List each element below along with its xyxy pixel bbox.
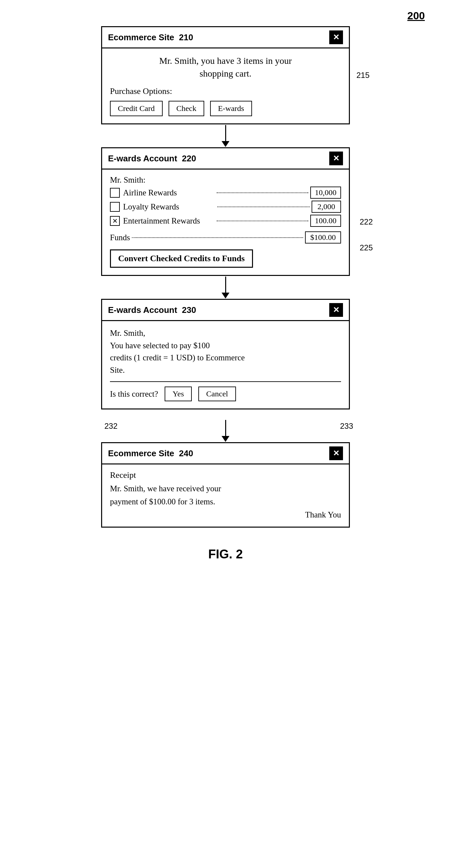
purchase-buttons: Credit Card Check E-wards xyxy=(110,101,341,116)
panel-210-title: Ecommerce Site 210 xyxy=(108,32,193,42)
question-label: Is this correct? xyxy=(110,390,158,399)
receipt-title: Receipt xyxy=(110,470,341,480)
panel-230-body: Mr. Smith, You have selected to pay $100… xyxy=(102,321,349,408)
check-button[interactable]: Check xyxy=(168,101,204,116)
airline-rewards-row: Airline Rewards 10,000 xyxy=(110,187,341,199)
entertainment-rewards-value: 100.00 xyxy=(310,215,341,227)
panel-210-header: Ecommerce Site 210 ✕ xyxy=(102,27,349,49)
panel-220-body: Mr. Smith: Airline Rewards 10,000 Loyalt… xyxy=(102,169,349,275)
figure-number-top: 200 xyxy=(408,10,425,22)
airline-rewards-value: 10,000 xyxy=(310,187,341,199)
panel-230-header: E-wards Account 230 ✕ xyxy=(102,300,349,321)
credit-card-button[interactable]: Credit Card xyxy=(110,101,163,116)
panel-230: E-wards Account 230 ✕ Mr. Smith, You hav… xyxy=(101,299,350,409)
entertainment-rewards-checkbox[interactable]: ✕ xyxy=(110,216,120,226)
panel-220-greeting: Mr. Smith: xyxy=(110,176,341,185)
panel-230-title: E-wards Account 230 xyxy=(108,305,196,315)
loyalty-rewards-row: Loyalty Rewards 2,000 xyxy=(110,200,341,213)
loyalty-rewards-label: Loyalty Rewards xyxy=(123,202,215,211)
panel-240-title: Ecommerce Site 240 xyxy=(108,448,193,459)
yes-button[interactable]: Yes xyxy=(165,386,192,401)
panel-240-header: Ecommerce Site 240 ✕ xyxy=(102,443,349,464)
callout-215: 215 xyxy=(356,71,369,80)
airline-rewards-label: Airline Rewards xyxy=(123,188,215,197)
funds-dots xyxy=(132,237,303,238)
close-icon-230[interactable]: ✕ xyxy=(329,303,343,317)
arrow-1 xyxy=(222,124,229,147)
loyalty-rewards-value: 2,000 xyxy=(312,200,341,213)
callout-222: 222 xyxy=(360,217,373,226)
purchase-options-label: Purchase Options: xyxy=(110,86,341,96)
convert-button[interactable]: Convert Checked Credits to Funds xyxy=(110,249,253,268)
callout-225: 225 xyxy=(360,243,373,252)
loyalty-rewards-dots xyxy=(217,207,310,207)
ewards-button[interactable]: E-wards xyxy=(210,101,252,116)
entertainment-rewards-dots xyxy=(217,221,308,221)
funds-label: Funds xyxy=(110,233,130,242)
thank-you: Thank You xyxy=(110,510,341,520)
funds-row: Funds $100.00 xyxy=(110,231,341,244)
airline-rewards-dots xyxy=(217,192,308,193)
panel-220-title: E-wards Account 220 xyxy=(108,154,196,164)
callout-232: 232 xyxy=(104,422,118,431)
receipt-text: Mr. Smith, we have received your payment… xyxy=(110,482,341,508)
convert-btn-wrapper: Convert Checked Credits to Funds xyxy=(110,249,253,268)
confirmation-text: Mr. Smith, You have selected to pay $100… xyxy=(110,327,341,376)
close-icon-240[interactable]: ✕ xyxy=(329,446,343,460)
panel-240-body: Receipt Mr. Smith, we have received your… xyxy=(102,464,349,527)
airline-rewards-checkbox[interactable] xyxy=(110,188,120,198)
panel-220: E-wards Account 220 ✕ Mr. Smith: Airline… xyxy=(101,147,350,276)
entertainment-rewards-row: ✕ Entertainment Rewards 100.00 xyxy=(110,215,341,227)
loyalty-rewards-checkbox[interactable] xyxy=(110,202,120,212)
arrow-2 xyxy=(222,276,229,299)
shopping-message: Mr. Smith, you have 3 items in your shop… xyxy=(110,54,341,80)
funds-value: $100.00 xyxy=(305,231,341,244)
figure-caption: FIG. 2 xyxy=(208,547,243,561)
panel-210: Ecommerce Site 210 ✕ Mr. Smith, you have… xyxy=(101,26,350,124)
panel-220-header: E-wards Account 220 ✕ xyxy=(102,148,349,169)
entertainment-rewards-label: Entertainment Rewards xyxy=(123,216,215,225)
panel-240: Ecommerce Site 240 ✕ Receipt Mr. Smith, … xyxy=(101,442,350,528)
callout-233: 233 xyxy=(340,422,353,431)
cancel-button[interactable]: Cancel xyxy=(198,386,236,401)
confirmation-question-row: Is this correct? Yes Cancel xyxy=(110,381,341,401)
close-icon-210[interactable]: ✕ xyxy=(329,30,343,44)
arrow-3 xyxy=(222,419,229,442)
panel-210-body: Mr. Smith, you have 3 items in your shop… xyxy=(102,49,349,123)
close-icon-220[interactable]: ✕ xyxy=(329,152,343,165)
